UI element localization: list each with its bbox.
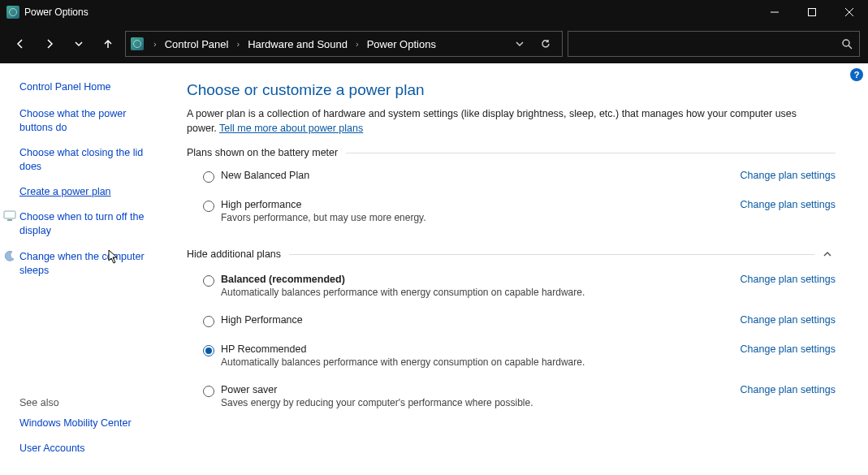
plan-name[interactable]: Balanced (recommended) bbox=[221, 274, 724, 285]
svg-rect-2 bbox=[4, 211, 15, 218]
svg-rect-3 bbox=[7, 219, 12, 221]
recent-dropdown[interactable] bbox=[67, 32, 91, 56]
section-label: Hide additional plans bbox=[187, 248, 281, 260]
plan-name[interactable]: High Performance bbox=[221, 314, 724, 326]
section-additional-plans[interactable]: Hide additional plans bbox=[187, 246, 836, 262]
plan-row: HP Recommended Automatically balances pe… bbox=[187, 340, 836, 373]
chevron-right-icon[interactable]: › bbox=[150, 39, 160, 49]
page-heading: Choose or customize a power plan bbox=[187, 81, 836, 99]
control-panel-home-link[interactable]: Control Panel Home bbox=[19, 81, 159, 93]
plan-description: Automatically balances performance with … bbox=[221, 356, 724, 368]
sidebar-item-label: Change when the computer sleeps bbox=[19, 251, 145, 276]
window-title: Power Options bbox=[24, 6, 89, 18]
divider bbox=[346, 153, 836, 153]
plan-name[interactable]: High performance bbox=[221, 199, 724, 210]
sidebar-item-label: Choose when to turn off the display bbox=[19, 211, 144, 236]
breadcrumb-item[interactable]: Control Panel bbox=[163, 38, 231, 50]
plan-description: Saves energy by reducing your computer's… bbox=[221, 397, 724, 408]
tell-me-more-link[interactable]: Tell me more about power plans bbox=[219, 123, 363, 134]
main-pane: Choose or customize a power plan A power… bbox=[171, 63, 868, 475]
plan-name[interactable]: HP Recommended bbox=[221, 343, 724, 355]
moon-icon bbox=[3, 249, 16, 262]
forward-button[interactable] bbox=[37, 32, 62, 56]
location-icon bbox=[131, 37, 144, 50]
close-button[interactable] bbox=[831, 0, 868, 24]
plan-radio[interactable] bbox=[203, 201, 214, 212]
divider bbox=[289, 254, 814, 255]
change-plan-settings-link[interactable]: Change plan settings bbox=[741, 384, 836, 395]
address-dropdown[interactable] bbox=[508, 32, 531, 55]
address-bar[interactable]: › Control Panel › Hardware and Sound › P… bbox=[125, 31, 563, 57]
svg-point-1 bbox=[843, 40, 849, 46]
plan-row: High Performance Change plan settings bbox=[187, 311, 836, 332]
plan-radio[interactable] bbox=[203, 171, 214, 183]
plan-row: Power saver Saves energy by reducing you… bbox=[187, 381, 836, 413]
content-area: ? Control Panel Home Choose what the pow… bbox=[0, 63, 868, 475]
plan-row: New Balanced Plan Change plan settings bbox=[187, 166, 836, 188]
sidebar-link-closing-lid[interactable]: Choose what closing the lid does bbox=[19, 146, 159, 174]
plan-radio[interactable] bbox=[203, 386, 214, 397]
breadcrumb-item[interactable]: Power Options bbox=[365, 38, 438, 50]
refresh-button[interactable] bbox=[534, 32, 557, 55]
plan-description: Favors performance, but may use more ene… bbox=[221, 212, 724, 223]
see-also-user-accounts[interactable]: User Accounts bbox=[19, 442, 159, 456]
app-icon bbox=[6, 6, 19, 19]
plan-name[interactable]: New Balanced Plan bbox=[221, 170, 724, 181]
chevron-right-icon[interactable]: › bbox=[233, 39, 243, 49]
monitor-icon bbox=[3, 209, 16, 222]
plan-radio[interactable] bbox=[203, 275, 214, 287]
svg-rect-0 bbox=[809, 9, 816, 16]
sidebar-link-turn-off-display[interactable]: Choose when to turn off the display bbox=[19, 209, 159, 238]
maximize-button[interactable] bbox=[793, 0, 831, 24]
see-also-mobility-center[interactable]: Windows Mobility Center bbox=[19, 417, 159, 430]
search-icon bbox=[841, 38, 853, 50]
change-plan-settings-link[interactable]: Change plan settings bbox=[741, 199, 836, 210]
sidebar-link-power-buttons[interactable]: Choose what the power buttons do bbox=[19, 107, 159, 135]
plan-name[interactable]: Power saver bbox=[221, 384, 724, 395]
sidebar-link-computer-sleeps[interactable]: Change when the computer sleeps bbox=[19, 249, 159, 278]
collapse-icon[interactable] bbox=[819, 246, 836, 262]
change-plan-settings-link[interactable]: Change plan settings bbox=[741, 274, 836, 285]
change-plan-settings-link[interactable]: Change plan settings bbox=[741, 314, 836, 326]
plan-radio[interactable] bbox=[203, 345, 214, 356]
see-also-header: See also bbox=[19, 397, 159, 408]
sidebar-link-create-plan[interactable]: Create a power plan bbox=[19, 185, 159, 199]
breadcrumb-item[interactable]: Hardware and Sound bbox=[246, 38, 349, 50]
chevron-right-icon[interactable]: › bbox=[352, 39, 362, 49]
change-plan-settings-link[interactable]: Change plan settings bbox=[741, 170, 836, 181]
section-label: Plans shown on the battery meter bbox=[187, 147, 338, 158]
up-button[interactable] bbox=[96, 32, 120, 56]
plan-row: High performance Favors performance, but… bbox=[187, 196, 836, 228]
help-icon[interactable]: ? bbox=[850, 68, 863, 81]
back-button[interactable] bbox=[8, 32, 32, 56]
plan-description: Automatically balances performance with … bbox=[221, 287, 724, 298]
change-plan-settings-link[interactable]: Change plan settings bbox=[741, 343, 836, 355]
titlebar: Power Options bbox=[0, 0, 868, 24]
minimize-button[interactable] bbox=[756, 0, 793, 24]
intro-text: A power plan is a collection of hardware… bbox=[187, 107, 804, 136]
plan-radio[interactable] bbox=[203, 316, 214, 327]
section-battery-meter: Plans shown on the battery meter bbox=[187, 147, 836, 158]
toolbar: › Control Panel › Hardware and Sound › P… bbox=[0, 24, 868, 63]
search-box[interactable] bbox=[568, 31, 860, 57]
sidebar: Control Panel Home Choose what the power… bbox=[0, 63, 171, 475]
plan-row: Balanced (recommended) Automatically bal… bbox=[187, 270, 836, 303]
